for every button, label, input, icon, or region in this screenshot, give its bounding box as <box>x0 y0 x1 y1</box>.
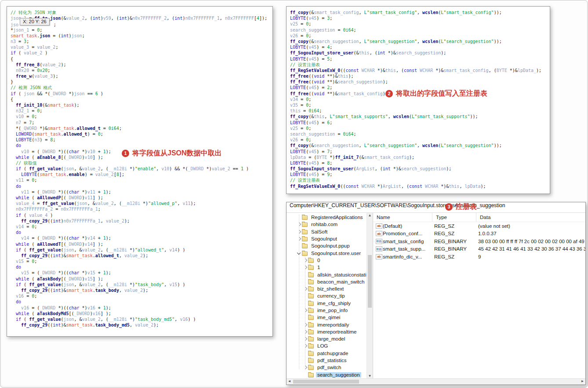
code-token: v45 <box>309 45 316 50</box>
tree-item-large_model[interactable]: large_model <box>287 335 367 342</box>
scroll-left-icon[interactable]: ◄ <box>287 379 292 384</box>
tree-item-patchupgrade[interactable]: patchupgrade <box>287 350 367 357</box>
registry-value-row[interactable]: ab(Default)REG_SZ(value not set) <box>373 222 585 230</box>
tree-item-biz_shellext[interactable]: biz_shellext <box>287 285 367 292</box>
chevron-right-icon[interactable] <box>302 329 308 334</box>
registry-value-row[interactable]: absmartinfo_dic_v...REG_SZ9 <box>373 253 585 261</box>
folder-icon <box>308 366 314 370</box>
column-header-type[interactable]: Type <box>432 213 476 222</box>
column-header-name[interactable]: Name <box>373 213 432 222</box>
code-token: ; <box>101 132 103 137</box>
tree-item-SogouInput[interactable]: SogouInput <box>287 235 367 242</box>
code-line: ff_RegSetValueExW_0((const WCHAR *)&this… <box>290 68 546 73</box>
tree-item-rohitab.com[interactable]: rohitab.com <box>287 221 367 228</box>
code-token: , <box>177 201 182 206</box>
code-token: json <box>77 201 87 206</box>
code-token: ; <box>330 85 332 90</box>
tree-item-SogouInput.ppup[interactable]: SogouInput.ppup <box>287 242 367 249</box>
code-token: (( <box>309 91 314 96</box>
tree-item-allskin_statusiconstatis[interactable]: allskin_statusiconstatis <box>287 271 367 278</box>
chevron-right-icon[interactable] <box>302 258 308 263</box>
annotation-extract-from-json: 1 将字段值从JSON数据中取出 <box>122 149 222 158</box>
chevron-right-icon[interactable] <box>302 365 308 370</box>
column-header-data[interactable]: Data <box>476 213 585 222</box>
registry-value-row[interactable]: 011smart_task_configREG_BINARY38 03 00 0… <box>373 237 585 245</box>
code-token: ) <box>243 166 249 171</box>
tree-item-1[interactable]: 1 <box>287 264 367 271</box>
tree-item-pdf_statistics[interactable]: pdf_statistics <box>287 357 367 364</box>
value-type: REG_SZ <box>434 231 478 236</box>
tree-item-ime_pop_info[interactable]: ime_pop_info <box>287 307 367 314</box>
code-token: v14 <box>16 224 24 229</box>
code-token: [( <box>61 195 66 200</box>
chevron-right-icon[interactable] <box>302 286 308 291</box>
chevron-right-icon[interactable] <box>296 222 302 227</box>
tree-item-0[interactable]: 0 <box>287 257 367 264</box>
code-token: *) <box>375 184 383 189</box>
tree-item-beacon_main_switch[interactable]: beacon_main_switch <box>287 278 367 285</box>
scrollbar-thumb[interactable] <box>293 380 359 384</box>
tree-item-label: search_suggestion <box>316 372 361 377</box>
tree-item-label: allskin_statusiconstatis <box>316 272 367 277</box>
code-token: value_2 <box>212 166 230 171</box>
registry-address-bar[interactable]: Computer\HKEY_CURRENT_USER\SOFTWARE\Sogo… <box>287 202 585 213</box>
code-token: BYTE <box>497 68 507 73</box>
code-token: = <box>298 22 306 26</box>
folder-icon <box>308 294 314 298</box>
code-line: v26 = 0; <box>290 33 546 39</box>
chevron-down-icon[interactable] <box>296 251 302 256</box>
code-token: ArgList <box>383 184 401 189</box>
tree-item-LOG[interactable]: LOG <box>287 342 367 349</box>
tree-item-imereportdaily[interactable]: imereportdaily <box>287 321 367 328</box>
scroll-right-icon[interactable]: ► <box>580 379 585 384</box>
registry-value-row[interactable]: 011smart_task_supp...REG_BINARY45 42 42 … <box>373 245 585 253</box>
code-token: v34 <box>290 97 298 102</box>
code-token: *)& <box>433 68 443 73</box>
code-token: ) <box>42 50 47 55</box>
tree-item-imereportrealtime[interactable]: imereportrealtime <box>287 328 367 335</box>
code-token: wcslen <box>393 114 409 119</box>
code-token: value_2 <box>106 219 124 223</box>
horizontal-scrollbar[interactable]: ◄ ► <box>287 378 585 384</box>
tree-item-SalSoft[interactable]: SalSoft <box>287 228 367 235</box>
code-token: v10 <box>85 155 93 160</box>
code-token <box>11 288 21 293</box>
tree-item-RegisteredApplications[interactable]: RegisteredApplications <box>287 214 367 221</box>
code-token: v10 <box>161 166 169 171</box>
code-token: = <box>21 120 29 125</box>
chevron-right-icon[interactable] <box>302 265 308 270</box>
code-token: v15 <box>85 277 93 281</box>
code-token: json <box>72 33 82 38</box>
tree-item-currency_tip[interactable]: currency_tip <box>287 292 367 299</box>
tree-vertical-scrollbar[interactable]: ▲ ▼ <box>367 213 373 379</box>
code-token: smart_task_config <box>338 91 382 96</box>
chevron-right-icon[interactable] <box>302 322 308 327</box>
code-token: , ( <box>101 166 109 171</box>
folder-icon <box>302 244 308 248</box>
chevron-right-icon[interactable] <box>296 236 302 241</box>
decompiler-panel-registry-write: ff_copy(&smart_task_config, L"smart_task… <box>286 6 550 194</box>
scroll-up-icon[interactable]: ▲ <box>367 213 373 218</box>
code-token: ( <box>29 311 37 316</box>
tree-item-SogouInput.store.user[interactable]: SogouInput.store.user <box>287 249 367 256</box>
chevron-placeholder <box>302 293 308 298</box>
code-line: while ( aTaskBody[(_DWORD)v15] ); <box>11 276 269 282</box>
code-token: ff_copy_29 <box>21 323 47 327</box>
tree-item-ime_cfg_shiply[interactable]: ime_cfg_shiply <box>287 300 367 307</box>
code-line: v11 = 0; <box>11 177 269 183</box>
code-token: int <box>93 16 101 21</box>
chevron-right-icon[interactable] <box>296 229 302 234</box>
chevron-right-icon[interactable] <box>302 336 308 341</box>
tree-item-pdf_switch[interactable]: pdf_switch <box>287 364 367 371</box>
annotation-write-to-registry: 2 将取出的字段值写入至注册表 <box>385 89 487 98</box>
tree-item-ime_qimei[interactable]: ime_qimei <box>287 314 367 321</box>
scrollbar-thumb[interactable] <box>368 255 372 308</box>
chevron-right-icon[interactable] <box>302 343 308 348</box>
tree-item-search_suggestion[interactable]: search_suggestion <box>287 371 367 378</box>
code-token: = <box>29 108 37 113</box>
code-token: ); <box>481 184 486 189</box>
code-token: *) <box>140 201 148 206</box>
code-token: json_1 <box>13 28 29 32</box>
registry-value-row[interactable]: abPromotion_conf...REG_SZ1.0.0.37 <box>373 230 585 238</box>
chevron-right-icon[interactable] <box>302 308 308 313</box>
